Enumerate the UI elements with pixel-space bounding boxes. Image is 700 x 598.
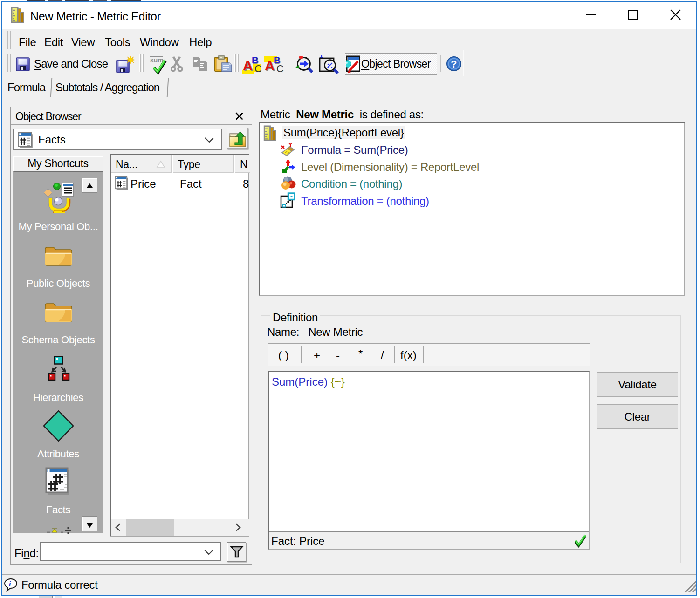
svg-text:C: C	[254, 63, 262, 75]
svg-text:A: A	[243, 58, 253, 73]
svg-text:i: i	[9, 579, 11, 588]
svg-text:?: ?	[451, 58, 457, 70]
svg-text:sum: sum	[150, 56, 164, 64]
svg-text:A: A	[265, 58, 275, 73]
svg-text:C: C	[276, 63, 284, 75]
